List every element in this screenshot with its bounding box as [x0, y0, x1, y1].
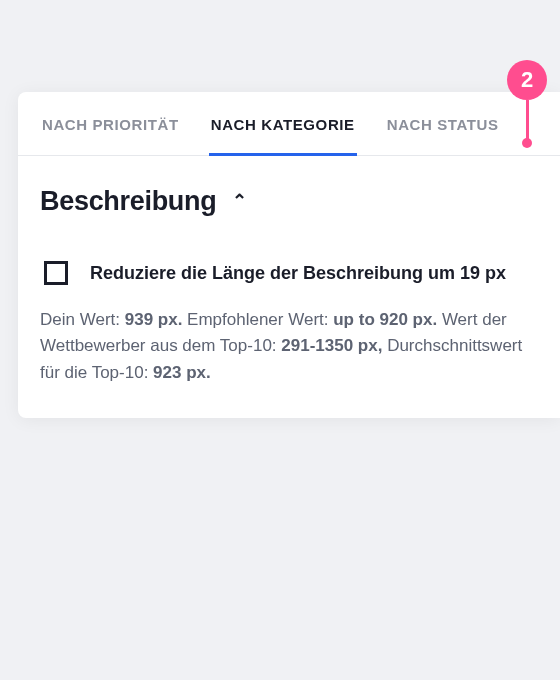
task-text: Reduziere die Länge der Beschreibung um …	[90, 263, 506, 284]
detail-recommended-label: Empfohlener Wert:	[187, 310, 333, 329]
detail-recommended-value: up to 920 px.	[333, 310, 442, 329]
detail-your-value-label: Dein Wert:	[40, 310, 125, 329]
annotation-line	[526, 100, 529, 140]
task-text-prefix: Reduziere die Länge der Beschreibung um	[90, 263, 460, 283]
section-toggle-beschreibung[interactable]: Beschreibung ⌃	[18, 156, 560, 227]
annotation-dot	[522, 138, 532, 148]
annotation-number: 2	[521, 67, 533, 93]
chevron-up-icon: ⌃	[232, 190, 247, 212]
tab-bar: NACH PRIORITÄT NACH KATEGORIE NACH STATU…	[18, 92, 560, 156]
task-text-value: 19 px	[460, 263, 506, 283]
detail-average-value: 923 px.	[153, 363, 211, 382]
tab-category[interactable]: NACH KATEGORIE	[209, 92, 357, 155]
section-title: Beschreibung	[40, 186, 216, 217]
detail-competitor-value: 291-1350 px,	[281, 336, 387, 355]
tab-status[interactable]: NACH STATUS	[385, 92, 501, 155]
task-checkbox[interactable]	[44, 261, 68, 285]
task-row: Reduziere die Länge der Beschreibung um …	[18, 227, 560, 289]
annotation-badge: 2	[507, 60, 547, 100]
tab-priority[interactable]: NACH PRIORITÄT	[40, 92, 181, 155]
detail-your-value: 939 px.	[125, 310, 187, 329]
annotation-marker: 2	[507, 60, 547, 148]
task-details: Dein Wert: 939 px. Empfohlener Wert: up …	[18, 289, 560, 418]
recommendations-panel: NACH PRIORITÄT NACH KATEGORIE NACH STATU…	[18, 92, 560, 418]
